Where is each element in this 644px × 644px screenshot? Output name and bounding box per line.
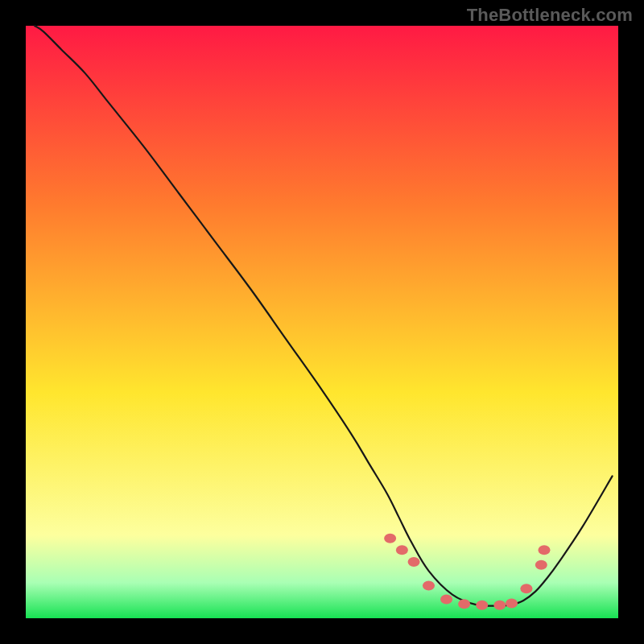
scatter-dot	[539, 545, 551, 555]
scatter-dot	[384, 534, 396, 543]
plot-overlay	[26, 26, 618, 618]
watermark-text: TheBottleneck.com	[467, 5, 633, 26]
curve-line	[35, 26, 613, 606]
scatter-dot	[535, 560, 547, 570]
scatter-dot	[423, 581, 435, 591]
plot-area	[26, 26, 618, 618]
scatter-dot	[458, 599, 470, 609]
scatter-dot	[506, 599, 518, 609]
scatter-dot	[476, 601, 488, 610]
chart-root: { "watermark": "TheBottleneck.com", "plo…	[0, 0, 644, 644]
scatter-dot	[396, 545, 408, 555]
scatter-dot	[520, 584, 532, 593]
scatter-dot	[440, 594, 452, 604]
scatter-dot	[493, 601, 506, 610]
scatter-dot	[408, 557, 420, 567]
